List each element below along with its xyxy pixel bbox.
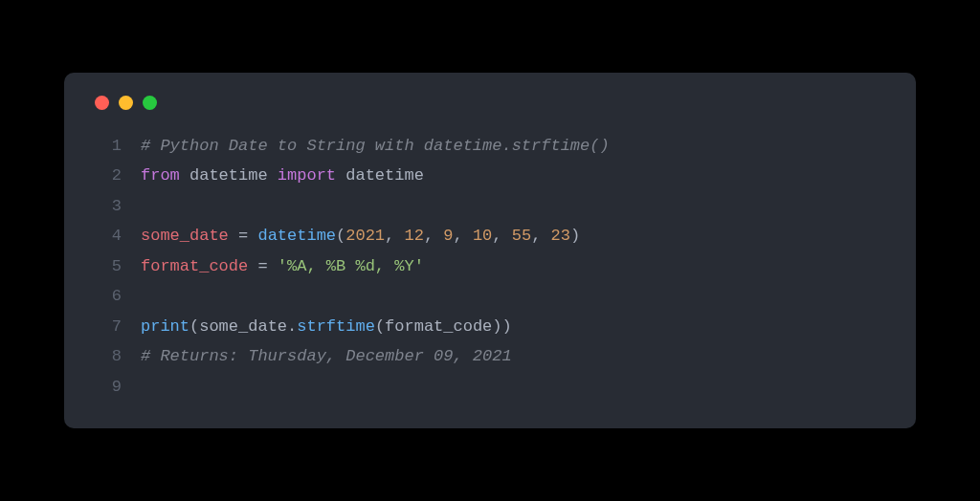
module-token: datetime — [189, 166, 268, 185]
argument-token: format_code — [385, 317, 492, 336]
window-traffic-lights — [91, 96, 889, 110]
builtin-token: print — [141, 317, 189, 336]
module-token: datetime — [345, 166, 424, 185]
line-number: 2 — [91, 161, 122, 190]
line-number: 9 — [91, 372, 122, 402]
dot-token: . — [287, 317, 297, 336]
line-number: 7 — [91, 312, 122, 341]
variable-token: format_code — [141, 257, 248, 275]
close-icon[interactable] — [95, 96, 109, 110]
line-content: # Returns: Thursday, December 09, 2021 — [141, 341, 512, 371]
number-token: 12 — [404, 227, 423, 245]
argument-token: some_date — [199, 317, 287, 336]
paren-token: ( — [189, 317, 199, 336]
maximize-icon[interactable] — [143, 96, 157, 110]
code-line: 6 — [91, 281, 889, 311]
paren-token: ( — [336, 227, 345, 245]
code-line: 1 # Python Date to String with datetime.… — [91, 131, 889, 161]
string-token: '%A, %B %d, %Y' — [278, 257, 424, 275]
comment-token: # Returns: Thursday, December 09, 2021 — [141, 347, 512, 365]
line-content: # Python Date to String with datetime.st… — [141, 131, 610, 161]
minimize-icon[interactable] — [119, 96, 133, 110]
operator-token: = — [229, 227, 258, 245]
comment-token: # Python Date to String with datetime.st… — [141, 137, 610, 155]
method-token: strftime — [297, 317, 375, 336]
comma-token: , — [424, 227, 443, 245]
line-number: 8 — [91, 341, 122, 371]
line-number: 4 — [91, 221, 122, 250]
line-number: 5 — [91, 251, 122, 281]
paren-token: ) — [502, 317, 512, 336]
line-number: 3 — [91, 191, 122, 221]
comma-token: , — [385, 227, 404, 245]
keyword-token: from — [141, 166, 180, 185]
line-content: some_date = datetime(2021, 12, 9, 10, 55… — [141, 221, 580, 250]
line-number: 6 — [91, 281, 122, 311]
line-content: format_code = '%A, %B %d, %Y' — [141, 251, 424, 281]
number-token: 55 — [512, 227, 531, 245]
code-line: 9 — [91, 372, 889, 402]
variable-token: some_date — [141, 227, 229, 245]
line-content: from datetime import datetime — [141, 161, 424, 190]
keyword-token: import — [278, 166, 336, 185]
number-token: 2021 — [345, 227, 385, 245]
code-block: 1 # Python Date to String with datetime.… — [91, 131, 889, 402]
number-token: 23 — [551, 227, 570, 245]
line-content: print(some_date.strftime(format_code)) — [141, 312, 512, 341]
number-token: 9 — [443, 227, 453, 245]
operator-token: = — [248, 257, 278, 275]
code-line: 4 some_date = datetime(2021, 12, 9, 10, … — [91, 221, 889, 250]
function-token: datetime — [257, 227, 336, 245]
paren-token: ) — [570, 227, 580, 245]
code-line: 7 print(some_date.strftime(format_code)) — [91, 312, 889, 341]
paren-token: ( — [375, 317, 385, 336]
comma-token: , — [492, 227, 511, 245]
code-line: 3 — [91, 191, 889, 221]
code-line: 8 # Returns: Thursday, December 09, 2021 — [91, 341, 889, 371]
code-line: 2 from datetime import datetime — [91, 161, 889, 190]
code-window: 1 # Python Date to String with datetime.… — [64, 73, 916, 428]
number-token: 10 — [473, 227, 492, 245]
code-line: 5 format_code = '%A, %B %d, %Y' — [91, 251, 889, 281]
comma-token: , — [454, 227, 473, 245]
paren-token: ) — [492, 317, 501, 336]
line-number: 1 — [91, 131, 122, 161]
comma-token: , — [531, 227, 550, 245]
